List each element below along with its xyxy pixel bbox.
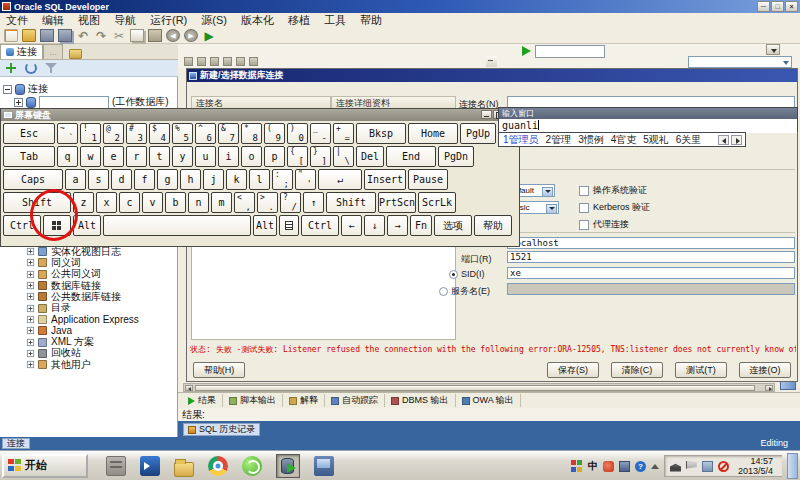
key-p[interactable]: p bbox=[264, 146, 285, 167]
key-f[interactable]: f bbox=[134, 169, 155, 190]
key-h[interactable]: h bbox=[180, 169, 201, 190]
explorer-taskbar-icon[interactable] bbox=[174, 462, 194, 477]
key-b[interactable]: b bbox=[165, 192, 186, 213]
key-l[interactable]: l bbox=[249, 169, 270, 190]
key-←[interactable]: ← bbox=[341, 215, 362, 236]
worksheet-mini-icon[interactable] bbox=[210, 57, 219, 66]
key-7[interactable]: &7 bbox=[218, 123, 239, 144]
key-Pause[interactable]: Pause bbox=[408, 169, 448, 190]
previous-page-icon[interactable] bbox=[718, 135, 729, 145]
sql-history-tab[interactable]: SQL 历史记录 bbox=[183, 423, 260, 436]
key-w[interactable]: w bbox=[80, 146, 101, 167]
browser-360-taskbar-icon[interactable] bbox=[242, 456, 262, 476]
maximize-button[interactable]: □ bbox=[771, 1, 784, 12]
refresh-icon[interactable] bbox=[25, 62, 37, 74]
menu-item-视图[interactable]: 视图 bbox=[78, 13, 100, 28]
tab-connections[interactable]: 连接 bbox=[0, 44, 43, 59]
tree-item[interactable]: 同义词 bbox=[26, 257, 176, 268]
tree-item[interactable]: 目录 bbox=[26, 302, 176, 313]
key-↑[interactable]: ↑ bbox=[303, 192, 324, 213]
menu-item-移植[interactable]: 移植 bbox=[288, 13, 310, 28]
connections-bottom-tab[interactable]: 连接 bbox=[2, 438, 30, 449]
key-y[interactable]: y bbox=[172, 146, 193, 167]
key-d[interactable]: d bbox=[111, 169, 132, 190]
port-input[interactable]: 1521 bbox=[507, 251, 795, 263]
ime-candidate[interactable]: 5观礼 bbox=[643, 133, 669, 147]
key-=[interactable]: += bbox=[333, 123, 354, 144]
key-0[interactable]: )0 bbox=[287, 123, 308, 144]
input-method-icon[interactable] bbox=[603, 461, 614, 472]
connect-db-icon[interactable]: ▶ bbox=[202, 29, 216, 42]
sid-radio[interactable] bbox=[449, 270, 458, 279]
undo-icon[interactable]: ↶ bbox=[76, 29, 90, 42]
paste-icon[interactable] bbox=[148, 29, 162, 42]
run-icon[interactable] bbox=[522, 46, 531, 56]
key-q[interactable]: q bbox=[57, 146, 78, 167]
key-5[interactable]: %5 bbox=[172, 123, 193, 144]
key-'[interactable]: "' bbox=[295, 169, 316, 190]
key-→[interactable]: → bbox=[387, 215, 408, 236]
powershell-taskbar-icon[interactable] bbox=[140, 456, 160, 476]
key-s[interactable]: s bbox=[88, 169, 109, 190]
key-r[interactable]: r bbox=[126, 146, 147, 167]
forward-icon[interactable]: ▶ bbox=[184, 29, 198, 42]
expand-icon[interactable] bbox=[27, 259, 34, 266]
menu-item-文件[interactable]: 文件 bbox=[6, 13, 28, 28]
expand-icon[interactable] bbox=[27, 350, 34, 357]
ime-candidate[interactable]: 2管理 bbox=[546, 133, 572, 147]
key-i[interactable]: i bbox=[218, 146, 239, 167]
menu-item-编辑[interactable]: 编辑 bbox=[42, 13, 64, 28]
key-3[interactable]: #3 bbox=[126, 123, 147, 144]
key-Home[interactable]: Home bbox=[408, 123, 458, 144]
output-tab-4[interactable]: 自动跟踪 bbox=[325, 394, 385, 407]
key-选项[interactable]: 选项 bbox=[434, 215, 472, 236]
show-hidden-icons-chevron[interactable] bbox=[651, 464, 659, 469]
key-Del[interactable]: Del bbox=[356, 146, 384, 167]
close-button[interactable]: × bbox=[785, 1, 798, 12]
key-g[interactable]: g bbox=[157, 169, 178, 190]
keyboard-titlebar[interactable]: 屏幕键盘 bbox=[1, 109, 519, 121]
worksheet-mini-icon[interactable] bbox=[249, 57, 258, 66]
service-name-input[interactable] bbox=[507, 283, 795, 295]
action-center-flag-icon[interactable] bbox=[686, 461, 697, 472]
remote-desktop-taskbar-icon[interactable] bbox=[314, 456, 334, 476]
expand-icon[interactable] bbox=[27, 248, 34, 255]
add-connection-icon[interactable] bbox=[5, 62, 17, 74]
key-Ctrl[interactable]: Ctrl bbox=[301, 215, 339, 236]
collapse-expander-icon[interactable] bbox=[3, 85, 12, 94]
key-6[interactable]: ^6 bbox=[195, 123, 216, 144]
tree-item[interactable]: 其他用户 bbox=[26, 359, 176, 370]
kerberos-checkbox-row[interactable]: Kerberos 验证 bbox=[579, 201, 650, 214]
network-icon[interactable] bbox=[702, 461, 713, 472]
menu-key[interactable] bbox=[279, 215, 299, 236]
tree-root-row[interactable]: 连接 bbox=[3, 82, 48, 96]
key-`[interactable]: ~` bbox=[57, 123, 78, 144]
menu-item-版本化[interactable]: 版本化 bbox=[241, 13, 274, 28]
connection-selector[interactable] bbox=[688, 56, 792, 68]
scrollbar-thumb[interactable] bbox=[195, 385, 755, 391]
worksheet-mini-icon[interactable] bbox=[236, 57, 245, 66]
proxy-checkbox-row[interactable]: 代理连接 bbox=[579, 218, 629, 231]
os-auth-checkbox-row[interactable]: 操作系统验证 bbox=[579, 184, 647, 197]
key-m[interactable]: m bbox=[211, 192, 232, 213]
copy-icon[interactable] bbox=[130, 29, 144, 42]
key-,[interactable]: <, bbox=[234, 192, 255, 213]
dropdown-button[interactable] bbox=[766, 44, 780, 55]
space-key[interactable] bbox=[103, 215, 251, 236]
key-PgUp[interactable]: PgUp bbox=[460, 123, 496, 144]
service-name-radio[interactable] bbox=[439, 287, 448, 296]
sid-input[interactable]: xe bbox=[507, 267, 795, 279]
expand-icon[interactable] bbox=[27, 338, 34, 345]
back-icon[interactable]: ◀ bbox=[166, 29, 180, 42]
menu-item-源(S)[interactable]: 源(S) bbox=[201, 13, 227, 28]
key-Esc[interactable]: Esc bbox=[3, 123, 55, 144]
dialog-titlebar[interactable]: 新建/选择数据库连接 bbox=[187, 69, 797, 82]
ime-indicator-icon[interactable] bbox=[571, 460, 583, 472]
tree-item[interactable]: 实体化视图日志 bbox=[26, 246, 176, 257]
help-button[interactable]: 帮助(H) bbox=[193, 362, 245, 378]
key-a[interactable]: a bbox=[65, 169, 86, 190]
key-Alt[interactable]: Alt bbox=[253, 215, 277, 236]
os-auth-checkbox[interactable] bbox=[579, 186, 589, 196]
language-indicator[interactable]: 中 bbox=[588, 459, 598, 473]
collapse-button[interactable] bbox=[486, 56, 497, 67]
